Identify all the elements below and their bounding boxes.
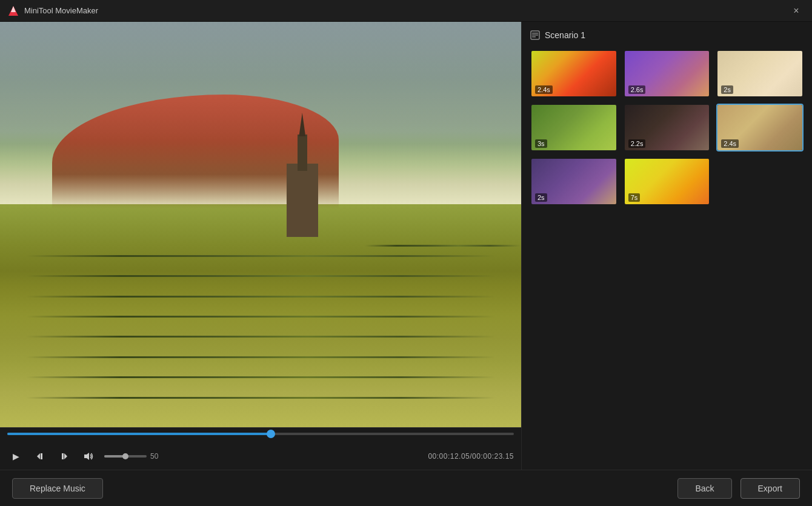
controls-row: ▶ [7,448,514,465]
video-frame [0,22,521,427]
thumbnail-image-t8: 7s [625,159,710,204]
progress-track[interactable] [7,433,514,435]
scenario-panel: Scenario 1 2.4s2.6s2s3s2.2s2.4s2s7s [521,22,812,470]
volume-icon [83,451,94,461]
thumbnail-image-t7: 2s [531,159,616,204]
scenario-header: Scenario 1 [530,30,804,40]
thumbnail-item-t5[interactable]: 2.2s [624,104,711,151]
thumbnail-label-t2: 2.6s [628,85,646,94]
thumbnail-label-t1: 2.4s [535,85,553,94]
time-display: 00:00:12.05/00:00:23.15 [428,452,514,461]
player-panel: ▶ [0,22,521,470]
church-tower [298,135,307,171]
thumbnail-label-t4: 3s [535,139,547,148]
play-button[interactable]: ▶ [7,448,24,465]
scenario-icon [530,30,540,40]
volume-thumb[interactable] [122,453,128,459]
thumbnail-label-t8: 7s [628,193,641,202]
controls-bar: ▶ [0,427,521,470]
thumbnail-item-t1[interactable]: 2.4s [530,50,617,98]
thumbnail-item-t6[interactable]: 2.4s [716,104,804,151]
step-back-icon [35,451,45,461]
svg-rect-3 [41,453,42,459]
thumbnail-label-t7: 2s [535,193,547,202]
app-title: MiniTool MovieMaker [24,6,98,15]
svg-marker-2 [37,453,40,459]
thumbnail-item-t7[interactable]: 2s [530,158,617,205]
thumbnail-label-t5: 2.2s [628,139,646,148]
thumbnail-image-t5: 2.2s [625,105,710,150]
titlebar: MiniTool MovieMaker × [0,0,812,22]
export-button[interactable]: Export [740,478,800,499]
app-logo-icon [7,5,19,17]
progress-thumb[interactable] [267,430,275,438]
bottom-bar: Replace Music Back Export [0,470,812,506]
scenario-title: Scenario 1 [545,30,585,40]
step-forward-button[interactable] [56,448,73,465]
svg-marker-1 [11,6,16,12]
thumbnail-image-t3: 2s [717,51,802,96]
thumbnail-item-t3[interactable]: 2s [716,50,804,98]
video-container [0,22,521,427]
volume-track[interactable] [104,455,147,458]
titlebar-left: MiniTool MovieMaker [7,5,98,17]
svg-marker-6 [84,453,89,460]
volume-value: 50 [150,452,165,461]
close-button[interactable]: × [788,2,805,19]
back-button[interactable]: Back [677,478,731,499]
thumbnail-label-t3: 2s [721,85,733,94]
thumbnails-grid: 2.4s2.6s2s3s2.2s2.4s2s7s [530,50,804,205]
progress-fill [7,433,271,435]
volume-slider-wrap: 50 [104,452,165,461]
svg-rect-10 [532,36,536,38]
volume-button[interactable] [80,448,97,465]
thumbnail-image-t6: 2.4s [717,105,802,150]
svg-rect-9 [532,35,538,36]
thumbnail-image-t2: 2.6s [625,51,710,96]
right-buttons: Back Export [677,478,800,499]
thumbnail-item-t2[interactable]: 2.6s [624,50,711,98]
thumbnail-image-t1: 2.4s [531,51,616,96]
svg-marker-4 [64,453,67,459]
thumbnail-image-t4: 3s [531,105,616,150]
vineyard [0,225,521,428]
svg-rect-8 [532,33,538,34]
thumbnail-label-t6: 2.4s [721,139,739,148]
step-back-button[interactable] [32,448,48,465]
step-forward-icon [59,451,69,461]
svg-rect-5 [62,453,64,459]
main-area: ▶ [0,22,812,470]
thumbnail-item-t4[interactable]: 3s [530,104,617,151]
replace-music-button[interactable]: Replace Music [12,478,103,499]
thumbnail-item-t8[interactable]: 7s [624,158,711,205]
